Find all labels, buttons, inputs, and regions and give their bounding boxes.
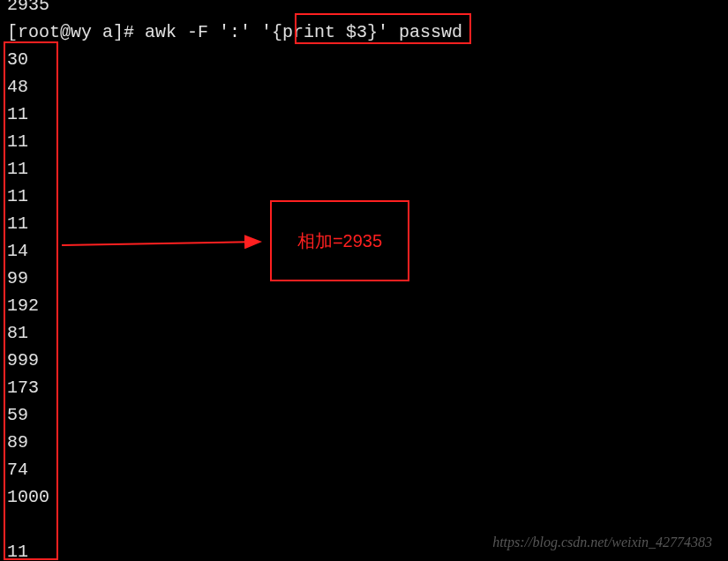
command-part-pre: awk -F ':': [145, 19, 261, 46]
output-line: 192: [7, 292, 721, 319]
watermark-text: https://blog.csdn.net/weixin_42774383: [492, 535, 712, 550]
output-line: 999: [7, 347, 721, 374]
output-line: 11: [7, 155, 721, 183]
output-line: 1000: [7, 483, 721, 511]
output-line: 74: [7, 456, 721, 483]
output-container: 304811111111111499192819991735989741000 …: [7, 46, 721, 561]
output-line: 48: [7, 73, 721, 101]
output-line: 30: [7, 46, 721, 73]
annotation-text: 相加=2935: [297, 229, 382, 253]
output-line: 59: [7, 401, 721, 429]
highlight-command-box: [295, 13, 471, 44]
annotation-box: 相加=2935: [270, 200, 409, 281]
output-line: 81: [7, 319, 721, 347]
annotation-arrow: [62, 229, 274, 256]
output-line: 89: [7, 429, 721, 456]
output-line: 173: [7, 374, 721, 401]
output-line: 11: [7, 101, 721, 128]
highlight-output-box: [4, 41, 58, 560]
output-line: 11: [7, 128, 721, 155]
svg-line-1: [62, 242, 260, 245]
